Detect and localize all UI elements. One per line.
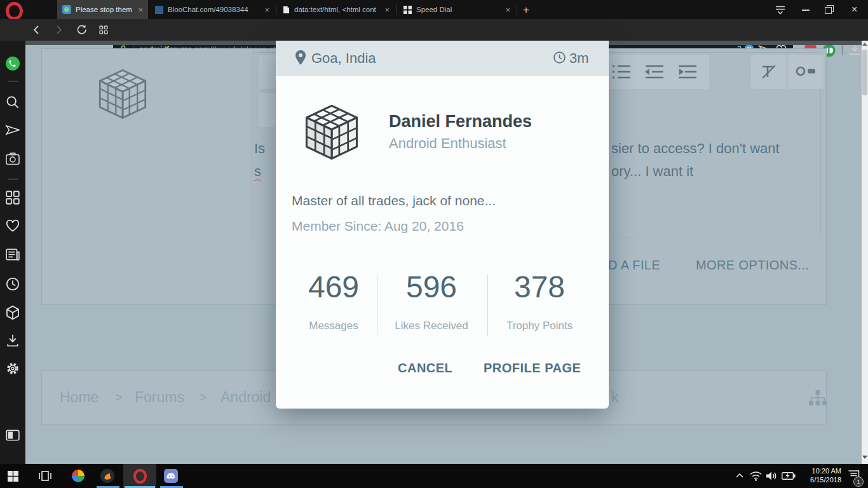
task-view-button[interactable] [38, 471, 52, 481]
editor-toolbar-fragment[interactable] [259, 55, 276, 89]
sidebar-divider [8, 179, 18, 180]
member-name: Daniel Fernandes [389, 112, 532, 132]
member-user-title: Android Enthusiast [389, 135, 506, 152]
breadcrumb-separator: > [115, 390, 123, 405]
battery-icon[interactable] [782, 472, 796, 480]
whatsapp-icon[interactable] [5, 56, 20, 71]
stat-divider [487, 274, 488, 336]
post-author-avatar [93, 64, 153, 124]
post-text-fragment-misspelled: s [254, 163, 261, 180]
breadcrumb-forums[interactable]: Forums [135, 389, 184, 406]
speed-dial-icon[interactable] [99, 25, 108, 34]
stat-likes: 596 Likes Received [384, 269, 479, 332]
tab-title: BlooChat.com/49038344 [168, 6, 260, 13]
stat-value: 596 [384, 269, 479, 304]
stat-messages: 469 Messages [286, 269, 381, 332]
minimize-button[interactable] [802, 10, 810, 11]
stat-value: 378 [492, 269, 587, 304]
stat-label: Likes Received [384, 320, 479, 332]
sitemap-icon[interactable] [809, 390, 827, 407]
windows-taskbar: 10:20 AM 6/15/2018 1 [0, 464, 868, 488]
news-icon[interactable] [6, 248, 20, 261]
cancel-button[interactable]: CANCEL [398, 361, 452, 376]
tray-expand-icon[interactable] [736, 473, 743, 478]
notification-badge: 1 [853, 477, 864, 487]
back-button[interactable] [33, 25, 39, 35]
tab-separator [517, 4, 517, 15]
browser-tab[interactable]: BlooChat.com/49038344 × [150, 0, 275, 19]
breadcrumb-home[interactable]: Home [60, 389, 98, 406]
speed-dial-grid-icon[interactable] [6, 191, 20, 205]
tray-date: 6/15/2018 [799, 475, 841, 484]
tab-menu-icon[interactable] [775, 5, 785, 15]
close-button[interactable]: × [851, 4, 857, 15]
telegram-icon[interactable] [5, 124, 20, 136]
browser-tab[interactable]: data:text/html, <html cont × [278, 0, 395, 19]
member-card-header: Goa, India 3m [276, 41, 609, 76]
start-button[interactable] [8, 471, 18, 482]
fl-studio-icon[interactable] [100, 469, 114, 483]
post-text-fragment: ory... I want it [611, 163, 693, 180]
remove-format-button[interactable] [751, 55, 787, 89]
forward-button[interactable] [56, 25, 62, 35]
editor-toolbar-fragment[interactable] [259, 93, 276, 127]
bookmarks-heart-icon[interactable] [6, 219, 20, 232]
clock-icon [553, 51, 566, 64]
stat-trophy: 378 Trophy Points [492, 269, 587, 332]
tab-close-icon[interactable]: × [384, 6, 390, 14]
member-location: Goa, India [311, 50, 376, 67]
more-options-button[interactable]: MORE OPTIONS... [696, 258, 809, 273]
profile-page-button[interactable]: PROFILE PAGE [484, 361, 581, 376]
opera-taskbar-button-active[interactable] [123, 464, 156, 488]
member-avatar[interactable] [299, 99, 365, 165]
scroll-up-arrow[interactable] [862, 43, 867, 46]
sidebar-divider [8, 81, 18, 82]
upload-file-button[interactable]: D A FILE [608, 258, 660, 273]
member-since: Member Since: Aug 20, 2016 [292, 219, 464, 234]
browser-tab-active[interactable]: Please stop them - Sugges × [57, 0, 148, 19]
browser-tab[interactable]: Speed Dial × [398, 0, 515, 19]
breadcrumb-fragment: k [611, 389, 619, 406]
indent-icon[interactable] [679, 64, 698, 80]
page-scrollbar[interactable] [862, 41, 868, 464]
opera-logo-icon [6, 2, 23, 20]
instagram-camera-icon[interactable] [6, 152, 20, 165]
history-clock-icon[interactable] [6, 277, 20, 291]
media-button[interactable] [788, 55, 824, 89]
toolbar-divider [843, 45, 843, 55]
reload-button[interactable] [76, 24, 87, 35]
browser-sidebar [0, 41, 25, 464]
sidebar-toggle-icon[interactable] [6, 430, 20, 441]
scroll-down-arrow[interactable] [862, 456, 867, 459]
wifi-icon[interactable] [750, 471, 762, 481]
member-tagline: Master of all trades, jack of none... [292, 193, 496, 208]
settings-gear-icon[interactable] [6, 362, 20, 376]
restore-button[interactable] [825, 5, 835, 15]
member-card-modal: Goa, India 3m Daniel Fernande [276, 41, 609, 409]
volume-icon[interactable] [766, 471, 777, 481]
photos-app-icon[interactable] [71, 469, 85, 483]
discord-icon[interactable] [164, 469, 178, 483]
tab-favicon [62, 5, 71, 14]
scrollbar-thumb[interactable] [862, 50, 867, 95]
post-text-fragment: Is [254, 140, 265, 157]
ordered-list-icon[interactable] [613, 64, 630, 80]
tab-close-icon[interactable]: × [138, 6, 143, 14]
tab-close-icon[interactable]: × [264, 6, 269, 14]
downloads-icon[interactable] [849, 44, 860, 56]
post-age: 3m [569, 50, 589, 67]
address-bar: androidforums.com /threads/please-stop-t… [0, 19, 868, 41]
location-pin-icon [295, 50, 306, 65]
downloads-arrow-icon[interactable] [6, 334, 19, 347]
outdent-icon[interactable] [644, 64, 663, 80]
tab-title: Speed Dial [416, 6, 501, 13]
extensions-box-icon[interactable] [5, 305, 20, 320]
new-tab-button[interactable]: + [523, 4, 529, 15]
tray-clock[interactable]: 10:20 AM 6/15/2018 [799, 466, 841, 484]
tab-close-icon[interactable]: × [505, 6, 510, 14]
tab-separator [276, 4, 276, 15]
breadcrumb-android[interactable]: Android [220, 389, 271, 406]
tab-favicon [155, 6, 163, 14]
search-icon[interactable] [6, 95, 20, 109]
tab-title: Please stop them - Sugges [76, 6, 133, 13]
